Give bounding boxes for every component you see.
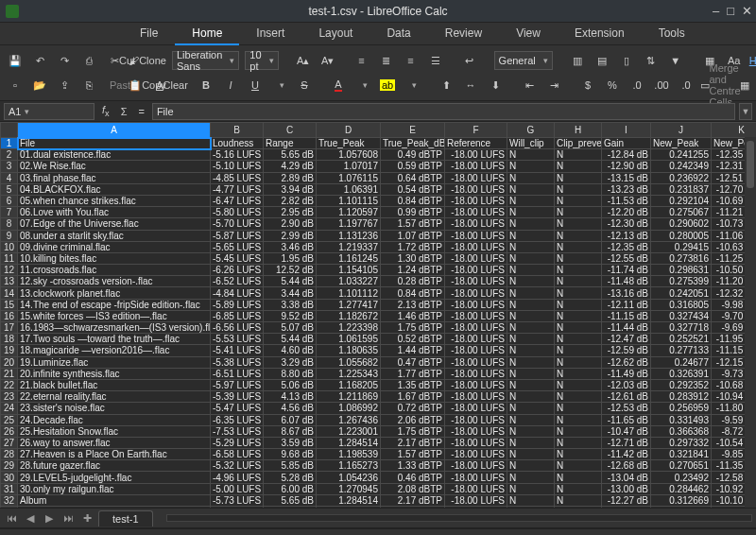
cell[interactable]: -5.47 LUFS [211,403,264,414]
cell[interactable]: -6.51 LUFS [211,368,264,379]
formula-expand-icon[interactable]: ▼ [739,103,752,120]
cell[interactable]: Clip_prevent [555,138,602,149]
home-link[interactable]: Home [749,55,756,66]
cell[interactable]: 1.057608 [317,149,381,161]
cell[interactable]: Loudness [211,138,264,149]
cell[interactable]: 0.316805 [651,299,712,310]
cell[interactable]: 0.290602 [651,218,712,230]
cell[interactable]: -11.42 dB [602,449,651,460]
row-header[interactable]: 10 [1,241,18,252]
cell[interactable] [264,507,317,509]
cell[interactable] [18,507,211,509]
select-all-corner[interactable] [1,123,18,138]
cell[interactable]: N [555,310,602,321]
cell[interactable]: N [507,414,555,425]
cell[interactable]: N [507,241,555,252]
cell[interactable]: 25.Hesitation Snow.flac [18,425,211,437]
row-header[interactable]: 6 [1,195,18,206]
cell[interactable]: Album [18,494,211,506]
cell[interactable]: 07.Edge of the Universe.flac [18,218,211,230]
cell[interactable]: 06.Love with You.flac [18,207,211,218]
cell[interactable]: 26.way to answer.flac [18,437,211,448]
cell[interactable]: -4.77 LUFS [211,183,264,195]
cell[interactable]: 17.Two souls —toward the truth—.flac [18,334,211,345]
number-icon[interactable]: .0 [627,76,646,95]
row-header[interactable]: 21 [1,368,18,379]
cell[interactable]: -5.32 LUFS [211,460,264,472]
col-header-E[interactable]: E [381,123,445,138]
cell[interactable]: File [18,138,211,149]
menu-layout[interactable]: Layout [301,23,369,45]
cell[interactable]: 1.055682 [317,356,381,368]
cell[interactable]: -4.96 LUFS [211,472,264,483]
cell[interactable]: 0.273816 [651,252,712,264]
cell[interactable]: -6.56 LUFS [211,322,264,334]
cell[interactable]: 03.final phase.flac [18,172,211,183]
cell[interactable]: -11.49 dB [602,368,651,379]
menu-tools[interactable]: Tools [642,23,702,45]
cell[interactable]: 1.07 dBTP [381,230,445,241]
cell[interactable]: 1.77 dBTP [381,368,445,379]
cell[interactable]: -6.35 LUFS [211,414,264,425]
pdf-icon[interactable]: ⎘ [79,76,98,95]
cell[interactable]: -12.35 dB [602,241,651,252]
cell[interactable]: -18.00 LUFS [445,414,507,425]
cell[interactable]: 1.24 dBTP [381,265,445,276]
window-close-button[interactable]: ✕ [742,4,752,18]
export-icon[interactable]: ⇪ [55,76,74,95]
borders-icon[interactable]: ▦ [735,76,754,95]
cell[interactable]: -12.90 dB [602,161,651,172]
sheet-tab[interactable]: test-1 [98,510,153,526]
dec-inc-icon[interactable]: .00 [652,76,671,95]
cell[interactable]: 5.65 dB [264,149,317,161]
cell[interactable]: 1.165273 [317,460,381,472]
cell[interactable]: -11.44 dB [602,322,651,334]
cell[interactable]: 22.eternal reality.flac [18,391,211,403]
cell[interactable]: 8.80 dB [264,368,317,379]
cell[interactable]: N [555,460,602,472]
cell[interactable]: 5.85 dB [264,460,317,472]
cell[interactable]: New_Peak [651,138,712,149]
row-header[interactable]: 31 [1,483,18,494]
cell[interactable]: 9.68 dB [264,449,317,460]
name-box[interactable]: A1 [4,103,94,120]
row-header[interactable]: 11 [1,252,18,264]
cell[interactable]: 1.30 dBTP [381,252,445,264]
cell[interactable]: N [507,265,555,276]
cell[interactable]: -5.10 LUFS [211,161,264,172]
cell[interactable]: -5.45 LUFS [211,252,264,264]
row-header[interactable]: 9 [1,230,18,241]
cell[interactable]: 0.283912 [651,391,712,403]
row-header[interactable]: 16 [1,310,18,321]
cell[interactable]: 1.67 dBTP [381,391,445,403]
cell[interactable]: 6.07 dB [264,414,317,425]
cell[interactable]: N [507,379,555,390]
menu-insert[interactable]: Insert [239,23,301,45]
font-color-icon[interactable]: A [329,76,348,95]
cell[interactable]: 0.72 dBTP [381,403,445,414]
merge-cells-button[interactable]: ▭ Merge and Centre Cells [711,76,730,95]
cell[interactable]: -18.00 LUFS [445,195,507,206]
cell[interactable]: 0.84 dBTP [381,287,445,299]
cell[interactable]: 2.99 dB [264,230,317,241]
cell[interactable]: 1.061595 [317,334,381,345]
col-header-G[interactable]: G [507,123,555,138]
cell[interactable]: 0.292352 [651,379,712,390]
cell[interactable]: N [555,334,602,345]
percent-icon[interactable]: % [603,76,622,95]
indent-dec-icon[interactable]: ⇤ [520,76,539,95]
cell[interactable]: 27.Heaven is a Place On Earth.flac [18,449,211,460]
cell[interactable]: 1.180635 [317,345,381,356]
cell[interactable]: 5.28 dB [264,472,317,483]
spreadsheet-grid[interactable]: ABCDEFGHIJK 1FileLoudnessRangeTrue_PeakT… [0,122,756,508]
cell[interactable]: 14.The end of escape -fripSide edition-.… [18,299,211,310]
cell[interactable]: -18.00 LUFS [445,494,507,506]
cell[interactable]: Reference [445,138,507,149]
formula-equals-icon[interactable]: = [134,106,147,117]
col-header-C[interactable]: C [264,123,317,138]
cell[interactable]: 1.223398 [317,322,381,334]
tab-last-icon[interactable]: ⏭ [60,512,76,524]
cell[interactable]: -18.00 LUFS [445,483,507,494]
cell[interactable]: 1.06391 [317,183,381,195]
cell[interactable]: 1.211869 [317,391,381,403]
